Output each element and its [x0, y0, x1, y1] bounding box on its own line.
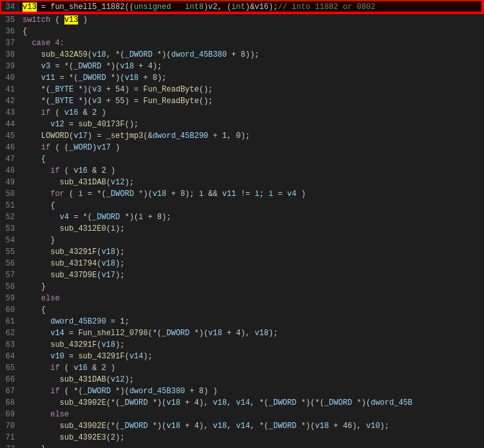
table-row: 36{: [1, 26, 483, 37]
table-row: 45 LOWORD(v17) = _setjmp3(&dword_45B290 …: [1, 130, 483, 142]
code-token: (: [60, 364, 74, 373]
line-content: LOWORD(v17) = _setjmp3(&dword_45B290 + 1…: [20, 130, 483, 142]
line-number: 63: [1, 339, 20, 351]
code-token: ): [204, 3, 208, 12]
code-token: {: [23, 306, 46, 315]
table-row: 40 v11 = *(_DWORD *)(v18 + 8);: [1, 72, 483, 84]
table-row: 53 sub_4312E0(i);: [1, 223, 483, 235]
code-token: v10: [366, 422, 380, 431]
code-token: else: [23, 294, 60, 303]
code-token: _WORD: [69, 143, 92, 152]
code-token: if: [23, 364, 60, 373]
code-token: dword_45B290: [153, 131, 208, 141]
code-token: =: [273, 190, 287, 199]
code-token: if: [23, 143, 50, 152]
code-token: &&: [204, 190, 222, 199]
line-content: v11 = *(_DWORD *)(v18 + 8);: [20, 72, 483, 84]
code-token: (&: [143, 131, 152, 141]
line-content: sub_432A59(v18, *(_DWORD *)(dword_45B380…: [20, 49, 483, 61]
table-row: 55 sub_43291F(v18);: [1, 246, 483, 258]
code-token: );: [380, 422, 389, 431]
table-row: 35switch ( v13 ): [1, 14, 483, 26]
code-token: v18: [166, 422, 180, 431]
line-content: *(_BYTE *)(v3 + 55) = Fun_ReadByte();: [20, 95, 483, 107]
line-content: switch ( v13 ): [20, 14, 483, 26]
code-token: v17: [73, 131, 88, 141]
code-token: ( *(: [60, 387, 83, 396]
code-token: sub_4392E3: [23, 433, 106, 442]
code-token: + 4),: [180, 398, 213, 407]
code-token: for: [23, 190, 64, 199]
line-number: 37: [1, 37, 20, 49]
code-token: v14: [236, 398, 250, 407]
code-token: v14: [23, 329, 64, 338]
line-content: v13 = fun_shell5_11882((unsigned int8)v2…: [20, 1, 483, 14]
line-number: 53: [1, 223, 20, 235]
code-token: Fun_ReadByte: [143, 97, 198, 106]
code-token: *)(: [73, 85, 92, 94]
code-token: );: [269, 3, 278, 12]
line-content: sub_43902E(*(_DWORD *)(v18 + 4), v18, v1…: [20, 420, 483, 432]
code-token: , *(: [250, 422, 269, 431]
code-token: );: [124, 375, 133, 384]
code-token: ();: [199, 85, 213, 94]
line-number: 36: [1, 26, 20, 37]
code-token: !=: [236, 190, 255, 199]
code-token: v18: [101, 248, 115, 257]
code-token: v11: [23, 73, 55, 83]
line-number: 39: [1, 61, 20, 72]
line-number: 42: [1, 95, 20, 107]
line-content: sub_43291F(v18);: [20, 339, 483, 351]
code-token: dword_45B380: [171, 50, 226, 59]
code-token: unsigned int8: [134, 3, 204, 12]
code-token: v18: [120, 62, 134, 71]
code-token: v18: [213, 398, 227, 407]
code-token: (: [60, 166, 74, 175]
code-token: v18: [208, 329, 222, 338]
code-token: _BYTE: [50, 85, 73, 94]
code-token: _DWORD: [78, 73, 106, 83]
code-token: v18: [101, 259, 115, 268]
code-token: LOWORD: [23, 131, 69, 141]
code-token: v18: [213, 422, 227, 431]
code-token: v17: [101, 271, 115, 280]
code-token: i: [269, 190, 273, 199]
code-token: (: [124, 352, 129, 361]
code-token: ();: [199, 97, 213, 106]
line-number: 54: [1, 235, 20, 246]
code-token: & 2 ): [88, 166, 115, 175]
line-content: for ( i = *(_DWORD *)(v18 + 8); i && v11…: [20, 188, 483, 200]
line-number: 49: [1, 177, 20, 188]
line-number: 35: [1, 14, 20, 26]
code-token: sub_4312E0: [23, 224, 106, 233]
code-token: ,: [227, 422, 236, 431]
table-row: 58 }: [1, 281, 483, 293]
table-row: 67 if ( *(_DWORD *)(dword_45B380 + 8) ): [1, 385, 483, 397]
line-number: 70: [1, 420, 20, 432]
code-token: (: [64, 190, 79, 199]
code-token: v4: [287, 190, 296, 199]
table-row: 51 {: [1, 200, 483, 211]
code-token: v12: [111, 178, 125, 187]
table-row: 47 {: [1, 153, 483, 165]
line-number: 48: [1, 165, 20, 177]
code-token: ;: [259, 190, 268, 199]
code-token: int: [231, 3, 246, 12]
code-token: *)(: [120, 213, 139, 222]
code-token: + 1, 0);: [208, 131, 250, 141]
table-row: 56 sub_431794(v18);: [1, 258, 483, 269]
code-token: dword_45B: [371, 398, 412, 407]
line-content: v4 = *(_DWORD *)(i + 8);: [20, 211, 483, 223]
line-content: sub_43291F(v18);: [20, 246, 483, 258]
code-token: v16: [255, 3, 269, 12]
code-token: sub_431DAB: [23, 178, 106, 187]
code-token: , (: [217, 3, 231, 12]
table-row: 69 else: [1, 409, 483, 420]
code-token: );: [115, 224, 124, 233]
table-row: 72 }: [1, 443, 483, 448]
table-row: 70 sub_43902E(*(_DWORD *)(v18 + 4), v18,…: [1, 420, 483, 432]
line-content: }: [20, 281, 483, 293]
table-row: 52 v4 = *(_DWORD *)(i + 8);: [1, 211, 483, 223]
table-row: 62 v14 = Fun_shell2_0798(*(_DWORD *)(v18…: [1, 327, 483, 339]
code-token: v14: [236, 422, 250, 431]
